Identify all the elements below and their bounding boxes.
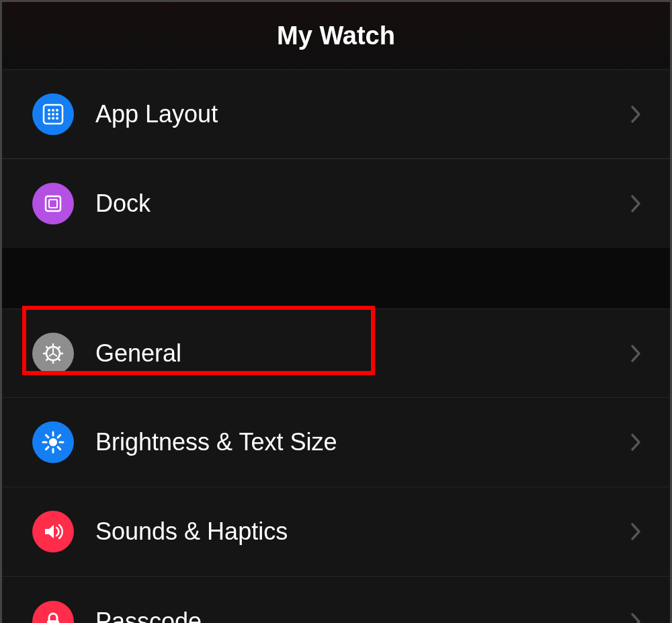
svg-point-1: [48, 109, 50, 112]
svg-rect-11: [49, 200, 57, 208]
svg-point-24: [49, 438, 57, 446]
svg-point-6: [56, 113, 58, 116]
svg-rect-10: [46, 196, 60, 211]
header: My Watch: [2, 2, 670, 69]
svg-point-5: [52, 113, 54, 116]
svg-line-19: [46, 358, 48, 361]
svg-line-31: [46, 447, 48, 450]
row-label: Brightness & Text Size: [95, 428, 630, 456]
svg-line-17: [46, 346, 48, 349]
watch-settings-screen: My Watch App Layout: [0, 0, 672, 623]
chevron-right-icon: [630, 104, 643, 124]
chevron-right-icon: [630, 612, 643, 624]
row-passcode[interactable]: Passcode: [2, 577, 670, 623]
chevron-right-icon: [630, 522, 643, 542]
svg-point-3: [56, 109, 58, 112]
brightness-icon: [32, 421, 74, 463]
svg-point-9: [56, 117, 58, 120]
row-brightness[interactable]: Brightness & Text Size: [2, 398, 670, 487]
row-dock[interactable]: Dock: [2, 159, 670, 248]
svg-line-32: [58, 435, 60, 438]
svg-line-18: [58, 358, 60, 361]
svg-line-22: [53, 354, 57, 356]
row-label: General: [95, 339, 630, 368]
sound-icon: [32, 511, 74, 552]
chevron-right-icon: [630, 194, 643, 214]
row-sounds[interactable]: Sounds & Haptics: [2, 487, 670, 577]
row-general[interactable]: General: [2, 308, 670, 398]
section-divider: [2, 248, 670, 308]
row-label: Sounds & Haptics: [95, 517, 630, 546]
svg-line-20: [58, 346, 60, 349]
gear-icon: [32, 333, 74, 374]
svg-point-7: [48, 117, 50, 120]
lock-icon: [32, 601, 74, 624]
chevron-right-icon: [630, 343, 643, 364]
row-label: App Layout: [95, 100, 630, 128]
chevron-right-icon: [630, 432, 643, 452]
page-title: My Watch: [277, 22, 395, 50]
svg-point-8: [52, 117, 54, 120]
svg-line-29: [46, 435, 48, 438]
grid-icon: [32, 93, 74, 135]
row-label: Dock: [95, 190, 630, 218]
svg-point-2: [52, 109, 54, 112]
svg-line-30: [58, 447, 60, 450]
svg-line-23: [49, 354, 53, 356]
svg-point-4: [48, 113, 50, 116]
dock-icon: [32, 183, 74, 224]
settings-section-1: App Layout Dock: [2, 69, 670, 248]
settings-section-2: General: [2, 308, 670, 623]
row-label: Passcode: [95, 608, 630, 624]
row-app-layout[interactable]: App Layout: [2, 69, 670, 159]
